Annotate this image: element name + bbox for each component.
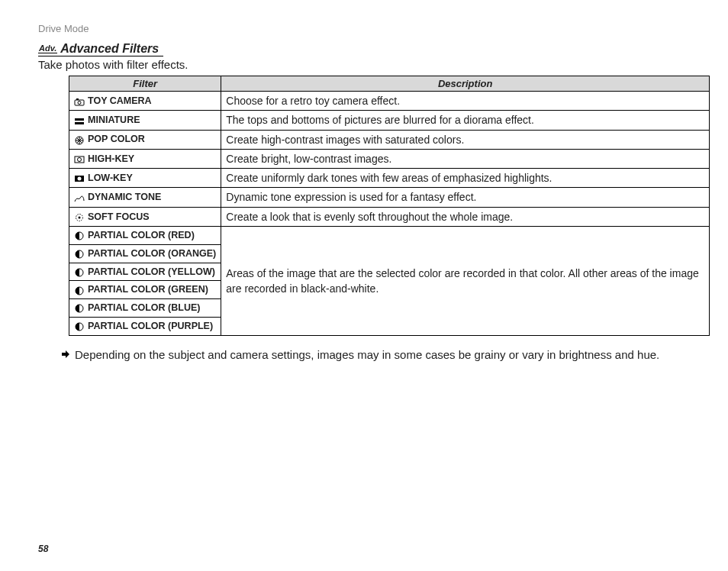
svg-point-9 bbox=[78, 177, 82, 181]
filter-name-cell: LOW-KEY bbox=[69, 169, 221, 188]
dyn-icon bbox=[74, 191, 85, 205]
filter-name-cell: POP COLOR bbox=[69, 130, 221, 149]
table-row: TOY CAMERAChoose for a retro toy camera … bbox=[69, 92, 710, 111]
filters-table: Filter Description TOY CAMERAChoose for … bbox=[69, 76, 710, 336]
section-intro: Take photos with filter effects. bbox=[38, 58, 690, 71]
footnote-text: Depending on the subject and camera sett… bbox=[75, 347, 659, 363]
table-row: SOFT FOCUSCreate a look that is evenly s… bbox=[69, 207, 710, 226]
soft-icon bbox=[74, 210, 85, 224]
pop-icon bbox=[74, 133, 85, 147]
filter-desc-cell: Create uniformly dark tones with few are… bbox=[221, 169, 710, 188]
partial-icon bbox=[74, 320, 85, 334]
section-title-text: Advanced Filters bbox=[60, 42, 159, 56]
svg-rect-4 bbox=[75, 122, 84, 124]
filter-name: LOW-KEY bbox=[88, 173, 133, 183]
svg-rect-2 bbox=[76, 98, 79, 100]
filter-name: PARTIAL COLOR (PURPLE) bbox=[88, 321, 213, 331]
breadcrumb: Drive Mode bbox=[38, 23, 690, 34]
page-number: 58 bbox=[38, 544, 48, 554]
note-bullet-icon bbox=[61, 347, 70, 363]
svg-rect-3 bbox=[75, 118, 84, 121]
svg-point-7 bbox=[78, 158, 82, 162]
table-row: POP COLORCreate high-contrast images wit… bbox=[69, 130, 710, 149]
mini-icon bbox=[74, 114, 85, 127]
filter-desc-cell: Areas of the image that are the selected… bbox=[221, 227, 710, 336]
filter-desc-cell: Choose for a retro toy camera effect. bbox=[221, 92, 710, 111]
footnote: Depending on the subject and camera sett… bbox=[61, 347, 690, 363]
filter-name-cell: PARTIAL COLOR (GREEN) bbox=[69, 281, 221, 299]
filter-name: PARTIAL COLOR (YELLOW) bbox=[88, 266, 215, 277]
partial-icon bbox=[74, 302, 85, 315]
low-icon bbox=[74, 172, 85, 185]
filter-name: PARTIAL COLOR (GREEN) bbox=[88, 284, 208, 295]
filter-name: PARTIAL COLOR (ORANGE) bbox=[88, 248, 216, 259]
partial-icon bbox=[74, 229, 85, 243]
filter-desc-cell: Dynamic tone expression is used for a fa… bbox=[221, 188, 710, 207]
table-row: DYNAMIC TONEDynamic tone expression is u… bbox=[69, 188, 710, 207]
filter-name-cell: HIGH-KEY bbox=[69, 149, 221, 168]
filter-name: PARTIAL COLOR (RED) bbox=[88, 230, 195, 240]
adv-icon: Adv. bbox=[38, 44, 57, 53]
filter-name-cell: TOY CAMERA bbox=[69, 92, 221, 111]
section-heading: Adv. Advanced Filters bbox=[38, 42, 163, 56]
table-row: HIGH-KEYCreate bright, low-contrast imag… bbox=[69, 149, 710, 168]
table-header-description: Description bbox=[221, 76, 710, 92]
filter-desc-cell: Create bright, low-contrast images. bbox=[221, 149, 710, 168]
filter-name-cell: PARTIAL COLOR (BLUE) bbox=[69, 299, 221, 318]
filter-name: DYNAMIC TONE bbox=[88, 192, 161, 202]
filter-name-cell: SOFT FOCUS bbox=[69, 207, 221, 226]
table-header-filter: Filter bbox=[69, 76, 221, 92]
filter-name-cell: PARTIAL COLOR (ORANGE) bbox=[69, 244, 221, 263]
filter-name-cell: PARTIAL COLOR (PURPLE) bbox=[69, 317, 221, 335]
table-row: LOW-KEYCreate uniformly dark tones with … bbox=[69, 169, 710, 188]
filter-name: PARTIAL COLOR (BLUE) bbox=[88, 302, 200, 313]
toy-icon bbox=[74, 94, 85, 108]
svg-point-11 bbox=[79, 216, 81, 218]
filter-name: MINIATURE bbox=[88, 115, 140, 125]
filter-name-cell: PARTIAL COLOR (YELLOW) bbox=[69, 263, 221, 281]
partial-icon bbox=[74, 283, 85, 297]
filter-name: POP COLOR bbox=[88, 134, 145, 144]
svg-point-1 bbox=[78, 102, 81, 105]
filter-name: TOY CAMERA bbox=[88, 95, 152, 106]
high-icon bbox=[74, 152, 85, 166]
partial-icon bbox=[74, 265, 85, 279]
filter-name: HIGH-KEY bbox=[88, 153, 134, 164]
filter-desc-cell: Create a look that is evenly soft throug… bbox=[221, 207, 710, 226]
filter-name-cell: MINIATURE bbox=[69, 111, 221, 130]
filter-desc-cell: Create high-contrast images with saturat… bbox=[221, 130, 710, 149]
table-row: MINIATUREThe tops and bottoms of picture… bbox=[69, 111, 710, 130]
filter-name: SOFT FOCUS bbox=[88, 211, 150, 222]
filter-name-cell: PARTIAL COLOR (RED) bbox=[69, 227, 221, 245]
filter-desc-cell: The tops and bottoms of pictures are blu… bbox=[221, 111, 710, 130]
filter-name-cell: DYNAMIC TONE bbox=[69, 188, 221, 207]
table-row: PARTIAL COLOR (RED)Areas of the image th… bbox=[69, 227, 710, 245]
partial-icon bbox=[74, 247, 85, 260]
